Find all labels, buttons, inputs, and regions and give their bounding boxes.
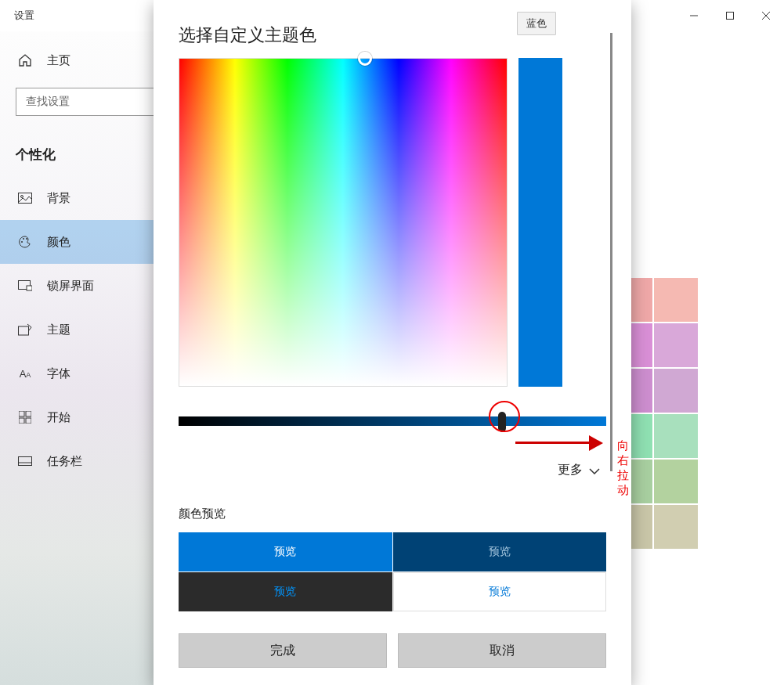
annotation-arrow-line — [515, 442, 594, 444]
sidebar-item-label: 锁屏界面 — [47, 279, 94, 294]
sidebar-item-label: 背景 — [47, 191, 70, 206]
preview-grid: 预览 预览 预览 预览 — [179, 532, 606, 611]
annotation-arrow-head — [589, 435, 603, 451]
sidebar-item-label: 颜色 — [47, 235, 70, 250]
home-icon — [17, 52, 33, 68]
window-controls — [676, 0, 784, 31]
color-swatch[interactable] — [654, 323, 698, 367]
svg-rect-15 — [26, 418, 31, 424]
color-spectrum[interactable] — [179, 58, 508, 387]
color-swatch[interactable] — [654, 460, 698, 503]
selected-color-bar — [518, 58, 562, 387]
svg-rect-12 — [19, 411, 24, 416]
svg-point-6 — [21, 241, 23, 243]
start-icon — [17, 409, 33, 425]
svg-rect-10 — [27, 286, 32, 290]
color-swatch[interactable] — [654, 414, 698, 458]
color-swatch[interactable] — [654, 505, 698, 549]
color-picker-dialog: 选择自定义主题色 蓝色 向右拉动 更多 — [154, 0, 631, 685]
preview-label: 颜色预览 — [179, 507, 606, 521]
preview-tile-2: 预览 — [393, 532, 607, 571]
sidebar-home-label: 主页 — [47, 53, 70, 68]
settings-window: 设置 主页 查找设置 个性化 — [0, 0, 784, 685]
chevron-down-icon — [589, 463, 600, 478]
color-tooltip: 蓝色 — [517, 12, 556, 35]
preview-tile-4: 预览 — [393, 572, 607, 611]
dialog-scrollbar[interactable] — [610, 33, 612, 471]
slider-thumb[interactable] — [498, 412, 506, 432]
svg-point-8 — [26, 238, 27, 240]
done-button[interactable]: 完成 — [179, 633, 387, 668]
svg-rect-16 — [19, 457, 32, 466]
lockscreen-icon — [17, 278, 33, 294]
annotation-text: 向右拉动 — [617, 438, 629, 498]
color-swatch[interactable] — [654, 369, 698, 413]
picture-icon — [17, 190, 33, 206]
sidebar-item-label: 主题 — [47, 323, 70, 337]
cancel-button[interactable]: 取消 — [398, 633, 606, 668]
maximize-button[interactable] — [712, 0, 748, 31]
more-toggle[interactable]: 更多 — [179, 462, 606, 478]
font-icon: AA — [17, 366, 33, 381]
svg-point-5 — [21, 196, 23, 198]
slider-track[interactable] — [179, 416, 606, 426]
svg-rect-4 — [19, 193, 32, 204]
palette-icon — [17, 234, 33, 250]
sidebar-item-label: 任务栏 — [47, 454, 82, 469]
spectrum-cursor[interactable] — [358, 52, 372, 66]
sidebar-item-label: 开始 — [47, 410, 70, 425]
theme-icon — [17, 322, 33, 337]
svg-rect-11 — [19, 326, 29, 335]
svg-rect-13 — [26, 411, 31, 416]
window-title: 设置 — [14, 9, 34, 23]
more-label: 更多 — [558, 462, 583, 478]
sidebar-item-label: 字体 — [47, 366, 70, 381]
search-placeholder: 查找设置 — [26, 95, 70, 109]
preview-tile-3: 预览 — [179, 572, 392, 611]
svg-point-7 — [23, 238, 24, 240]
svg-rect-1 — [727, 13, 734, 20]
close-button[interactable] — [748, 0, 784, 31]
value-slider[interactable]: 向右拉动 — [179, 416, 606, 426]
preview-tile-1: 预览 — [179, 532, 392, 571]
color-swatch[interactable] — [654, 278, 698, 322]
minimize-button[interactable] — [676, 0, 712, 31]
taskbar-icon — [17, 453, 33, 469]
svg-rect-14 — [19, 418, 24, 424]
